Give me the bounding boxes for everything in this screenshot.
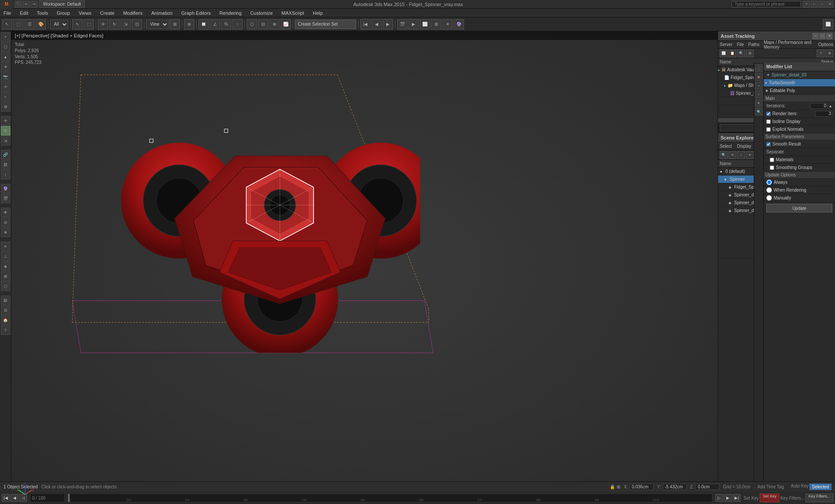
explicit-normals-checkbox[interactable] [766,127,771,132]
section-turbosmooth-header[interactable]: Main [764,95,835,102]
materials-checkbox[interactable] [770,158,774,162]
scene-btn-search[interactable]: 🔍 [720,151,728,159]
undo-btn[interactable]: ↩ [23,1,30,8]
prev-frame-btn[interactable]: ◀ [371,19,382,30]
move-btn[interactable]: ✛ [98,19,108,30]
play-anim-btn[interactable]: |◀ [360,19,371,30]
scene-btn[interactable]: 🏠 [1,315,10,325]
bind-warp-tool[interactable]: ↕ [1,170,10,179]
rotate-btn[interactable]: ↻ [109,19,120,30]
mirror-btn[interactable]: ⬡ [247,19,257,30]
link-tool[interactable]: 🔗 [1,150,10,159]
helper-tool[interactable]: ☩ [1,82,10,92]
select-region-btn[interactable]: ⬚ [13,19,23,30]
material-editor-btn[interactable]: 🔮 [1,184,10,193]
menu-maxscript[interactable]: MAXScript [280,10,306,17]
workspace-selector[interactable]: Workspace: Default [39,0,85,8]
array-tool[interactable]: ⊞ [1,272,10,281]
menu-views[interactable]: Views [77,10,93,17]
system-tool[interactable]: ⚙ [1,102,10,112]
asset-btn-2[interactable]: 📋 [728,50,736,57]
create-selection-input[interactable] [295,20,356,29]
surface-params-section[interactable]: Surface Parameters [764,133,835,140]
asset-btn-3[interactable]: 🔍 [737,50,745,57]
menu-tools[interactable]: Tools [35,10,50,17]
smooth-result-checkbox[interactable] [766,142,771,146]
iterations-spinner-up[interactable]: ▲ [828,104,832,108]
asset-btn-1[interactable]: ⬜ [720,50,728,57]
select-object-btn[interactable]: ↖ [72,19,83,30]
curve-editor-btn[interactable]: 📈 [281,19,291,30]
light-tool[interactable]: ☀ [1,62,10,72]
mirror-tool[interactable]: ⬡ [1,282,10,291]
align-btn[interactable]: ⊟ [258,19,268,30]
select-move-tool[interactable]: ✛ [1,116,10,126]
spacewarp-tool[interactable]: ≈ [1,92,10,102]
render-frame-btn[interactable]: ⬜ [420,19,430,30]
geometry-tool[interactable]: ⬡ [1,42,10,52]
render-material-btn[interactable]: 🔮 [454,19,464,30]
nav-btn-6[interactable]: 🔍 [755,108,763,116]
menu-rendering[interactable]: Rendering [218,10,244,17]
snap-btn[interactable]: 🔲 [198,19,209,30]
nav-btn-4[interactable]: ↕ [755,90,763,98]
scene-btn-x[interactable]: ✕ [728,151,736,159]
render-dialog-btn[interactable]: 🎬 [1,194,10,203]
scale-type-btn[interactable]: ⊡ [132,19,142,30]
view-dropdown[interactable]: View [146,20,169,29]
maximize-btn[interactable]: □ [818,1,825,8]
asset-menu-file[interactable]: File [737,42,744,47]
select-by-color-btn[interactable]: 🎨 [36,19,46,30]
hide-unsel-btn[interactable]: ⊘ [1,218,10,227]
minimize-btn[interactable]: ─ [811,1,818,8]
asset-btn-help[interactable]: ? [817,50,825,57]
smoothing-groups-checkbox[interactable] [770,166,774,170]
select-tool-btn[interactable]: ↖ [2,19,12,30]
update-button[interactable]: Update [766,204,832,212]
help-btn[interactable]: ? [803,1,810,8]
render-region-btn[interactable]: ⊞ [431,19,441,30]
select-filter-btn[interactable]: ⬚ [84,19,94,30]
unlink-tool[interactable]: ⛓ [1,160,10,169]
isoline-checkbox[interactable] [766,119,771,124]
spinner-snap-btn[interactable]: ↕ [232,19,243,30]
named-sel-btn[interactable]: ▤ [1,295,10,305]
select-rotate-tool[interactable]: ↻ [1,126,10,136]
redo-btn[interactable]: ↪ [30,1,37,8]
menu-modifiers[interactable]: Modifiers [121,10,144,17]
pivot-btn[interactable]: ⊕ [184,19,194,30]
menu-group[interactable]: Group [55,10,72,17]
select-scale-tool[interactable]: ⇲ [1,136,10,146]
reference-coord-btn[interactable]: ⊞ [170,19,180,30]
nav-btn-5[interactable]: ✛ [755,99,763,107]
close-btn[interactable]: ✕ [826,1,833,8]
isolate-btn[interactable]: 👁 [1,208,10,217]
menu-graph-editors[interactable]: Graph Editors [180,10,213,17]
menu-help[interactable]: Help [311,10,324,17]
modifier-item-editable-poly[interactable]: ◈ Editable Poly [764,87,835,95]
freeze-btn[interactable]: ❄ [1,228,10,237]
nav-btn-1[interactable]: ⬚ [755,64,763,72]
camera-tool[interactable]: 📷 [1,72,10,82]
modifier-item-turbosmooth[interactable]: ▸ TurboSmooth [764,79,835,87]
scene-explorer-toggle-btn[interactable]: ⬜ [823,19,833,30]
go-to-end-btn[interactable]: ▶| [733,494,741,502]
next-frame-key-btn[interactable]: ▶ [724,494,732,502]
select-by-name-btn[interactable]: ☰ [24,19,35,30]
asset-btn-4[interactable]: ⊞ [746,50,754,57]
normal-align-tool[interactable]: ⊥ [1,252,10,261]
create-tool[interactable]: + [1,32,10,42]
always-radio[interactable] [766,179,772,185]
scene-menu-select[interactable]: Select [720,144,732,149]
iterations-input[interactable] [810,103,828,109]
when-rendering-radio[interactable] [766,187,772,193]
nav-btn-2[interactable]: ⊕ [755,73,763,81]
search-input[interactable] [731,1,801,7]
align-tool[interactable]: ≡ [1,242,10,251]
nav-btn-3[interactable]: ↔ [755,82,763,90]
render-setup-btn[interactable]: 🎬 [397,19,407,30]
render-iters-checkbox[interactable] [766,112,771,116]
percent-snap-btn[interactable]: % [221,19,231,30]
menu-edit[interactable]: Edit [18,10,30,17]
asset-menu-maps[interactable]: Maps / Performance and Memory [764,40,814,50]
